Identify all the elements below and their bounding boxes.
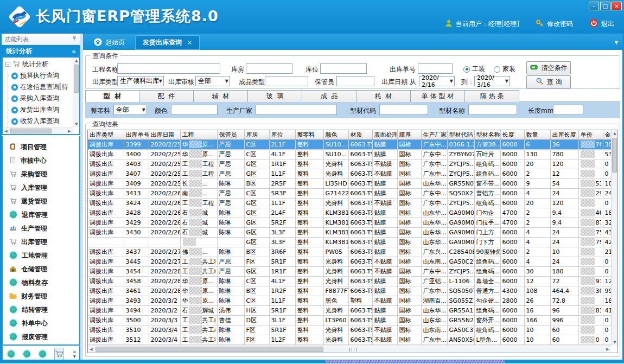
table-row[interactable]: G区3L3F整料KLM38176063-T5贴膜国标山东华...GA90M09.… [88,237,615,247]
pin-icon[interactable] [72,35,77,43]
out-type-select[interactable]: 生产领料出库 ▼ [117,76,164,86]
scroll-left-icon[interactable]: ◀ [3,128,9,135]
maximize-button[interactable]: □ [600,2,610,10]
column-header-18[interactable]: 单价 [578,130,603,139]
scroll-right-icon[interactable]: ▶ [604,346,611,353]
sidebar-module-12[interactable]: 财务管理 [3,290,79,303]
material-tab-4[interactable]: 玻 璃 [248,90,302,102]
keeper-input[interactable] [336,76,374,86]
whole-part-select[interactable]: 全部 ▼ [113,105,147,115]
material-tab-3[interactable]: 辅 材 [194,90,248,102]
location-input[interactable] [320,63,367,74]
sidebar-module-3[interactable]: 采购管理 [3,168,79,181]
sidebar-module-2[interactable]: 审核中心 [3,154,79,168]
circle-icon[interactable] [39,350,46,357]
table-row[interactable]: 调拨出库35102020/3/4工共工程陈琳F区5R1F整料光身料6063-T5… [88,325,615,335]
length-input[interactable] [553,105,583,115]
scroll-up-icon[interactable]: ▲ [612,130,618,137]
tree-root-statistics[interactable]: - 统计分析 [4,59,72,70]
column-header-10[interactable]: 表面处理 [372,130,397,139]
grid-horizontal-scrollbar[interactable]: ◀ ▶ [88,346,611,353]
column-header-0[interactable]: 出库类型 [88,130,124,139]
tree-horizontal-scrollbar[interactable]: ◀ ▶ [3,127,73,134]
table-row[interactable]: 调拨出库34302020/2/26石城陈琳G区3L3F整料KLM38176063… [88,227,615,237]
grid-hscroll-thumb[interactable] [95,347,323,352]
grid-vscroll-thumb[interactable] [612,138,617,173]
table-row[interactable]: 调拨出库34282020/2/26石城陈琳G区2L4F整料KLM38176063… [88,208,615,218]
sidebar-overflow-button[interactable]: » ▼ [73,350,77,359]
table-row[interactable]: 调拨出库34612020/2/28华原...陈琳B区1R2F整料F8877FT6… [88,286,615,296]
date-to-select[interactable]: 2020/ 3/16 ▼ [474,76,510,86]
audit-select[interactable]: 全部 ▼ [195,76,230,86]
order-no-input[interactable] [418,63,453,74]
collapse-icon[interactable]: « [72,47,76,55]
grid-vertical-scrollbar[interactable]: ▲ ▼ [611,130,617,346]
scroll-up-icon[interactable]: ▲ [73,58,80,64]
sidebar-module-6[interactable]: 退库管理 [3,208,79,222]
sidebar-module-10[interactable]: 仓储管理 [3,263,79,276]
column-header-14[interactable]: 型材名称 [474,130,500,139]
table-row[interactable]: 调拨出库34002020/2/25华原...严思C区4L1F整料SU10...6… [88,149,615,159]
tab-home[interactable]: 起始页 [86,35,132,50]
table-row[interactable]: 调拨出库34242020/2/26工工程严思G区1L1F整料光身料6063-T5… [88,198,615,208]
sidebar-module-7[interactable]: 生产管理 [3,222,79,235]
product-type-input[interactable] [265,76,308,86]
column-header-6[interactable]: 库位 [269,130,295,139]
table-row[interactable]: 调拨出库33992020/2/25华原...严思C区2L1F整料SU10...6… [88,139,615,149]
project-name-input[interactable] [117,63,220,74]
color-input[interactable] [171,105,218,115]
tab-list-dropdown-icon[interactable]: ▼ [615,40,618,45]
tree-vscroll-thumb[interactable] [74,65,79,93]
logout-button[interactable]: 退出 [589,18,614,29]
scroll-left-icon[interactable]: ◀ [88,346,94,353]
scroll-down-icon[interactable]: ▼ [73,121,80,127]
material-tab-5[interactable]: 成 品 [302,90,356,102]
table-row[interactable]: 调拨出库34452020/2/27工共工程严思F区5R1F整料光身料6063-T… [88,257,615,266]
table-row[interactable]: 调拨出库34292020/2/26石城陈琳G区5R2F整料KLM38176063… [88,218,615,227]
table-row[interactable]: 调拨出库34132020/2/26南...严思C区5R3F整料G71422606… [88,188,615,198]
tree-item-1[interactable]: 预算执行查询 [4,70,72,81]
table-row[interactable]: 调拨出库35002020/3/3工共工程曹佳D区3L1F整料LT3P606063… [88,315,615,325]
tree-hscroll-thumb[interactable] [10,129,52,133]
table-row[interactable]: 调拨出库34932020/3/2华原...陈琳C区1L1F整料黑色塑料不贴膜国标… [88,296,615,305]
column-header-12[interactable]: 生产厂家 [421,130,447,139]
sidebar-module-1[interactable]: 项目管理 [3,141,79,154]
tree-item-3[interactable]: 采购入库查询 [4,93,72,104]
tab-shipping-outbound-query[interactable]: 发货出库查询 × [135,35,200,50]
column-header-15[interactable]: 长度 [500,130,524,139]
scroll-right-icon[interactable]: ▶ [66,128,73,135]
section-header-statistics[interactable]: 统计分析 « [2,45,80,58]
column-header-4[interactable]: 保管员 [217,130,244,139]
circle-icon[interactable] [8,350,15,357]
table-row[interactable]: 调拨出库34092020/2/25长...陈琳B区2R5F整料LI35HD606… [88,178,615,188]
clear-conditions-button[interactable]: 清空条件 [526,61,571,74]
material-tab-2[interactable]: 配 件 [139,90,194,102]
column-header-8[interactable]: 颜色 [323,130,348,139]
table-row[interactable]: 调拨出库35122020/3/4工共工程陈琳F区1L2F整料光身料6063-T5… [88,335,615,344]
sidebar-module-11[interactable]: 物料盘存 [3,276,79,290]
tree-item-2[interactable]: 在途信息查询[待 [4,81,72,93]
column-header-13[interactable]: 型材代码 [447,130,474,139]
column-header-7[interactable]: 整零料 [295,130,323,139]
radio-home-decoration[interactable]: 家装 [494,65,515,74]
column-header-17[interactable]: 出库长度 [550,130,578,139]
table-row[interactable]: 调拨出库34072020/2/25工工程严思G区1L1F整料光身料6063-T5… [88,169,615,178]
column-header-11[interactable]: 膜厚 [397,130,421,139]
profile-name-input[interactable] [468,105,517,115]
table-row[interactable]: 调拨出库34942020/3/2石辉城汤伟H区5R1F整料光身料6063-T5贴… [88,305,615,315]
column-header-2[interactable]: 出库日期 [149,130,180,139]
sidebar-module-15[interactable]: 报废管理 [3,330,79,344]
circle-icon[interactable] [23,350,30,357]
sidebar-module-4[interactable]: 入库管理 [3,181,79,195]
material-tab-8[interactable]: 隔 热 条 [465,90,519,102]
sidebar-module-9[interactable]: 工地管理 [3,249,79,263]
radio-industrial[interactable]: 工装 [463,65,485,74]
material-tab-1[interactable]: 型 材 [85,90,139,102]
material-tab-7[interactable]: 单 体 型 材 [411,90,465,102]
tab-close-icon[interactable]: × [187,39,192,46]
column-header-9[interactable]: 材质 [348,130,372,139]
manufacturer-input[interactable] [256,105,337,115]
sidebar-module-8[interactable]: 出库管理 [3,235,79,249]
cart-footer-button[interactable] [54,348,64,361]
close-button[interactable]: × [612,2,622,10]
